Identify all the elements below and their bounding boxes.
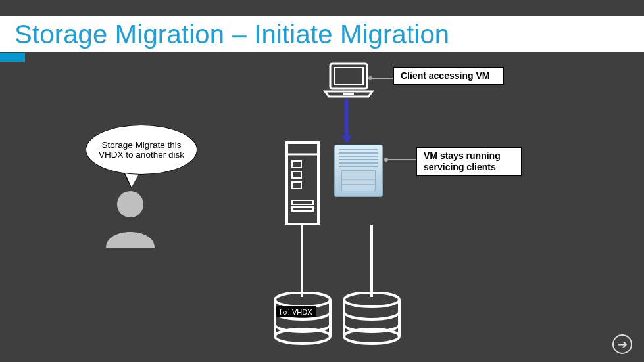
- connector-host-disk-left: [301, 225, 303, 297]
- svg-point-13: [344, 292, 399, 307]
- svg-rect-6: [292, 161, 301, 168]
- label-client-accessing-vm: Client accessing VM: [393, 67, 504, 85]
- laptop-icon: [322, 62, 375, 99]
- connector-host-disk-right: [370, 225, 373, 297]
- arrow-right-icon: ➔: [618, 337, 628, 351]
- accent-tab: [0, 53, 25, 62]
- hard-drive-icon: [280, 309, 289, 315]
- svg-rect-7: [292, 171, 301, 178]
- svg-rect-9: [292, 200, 313, 204]
- speech-bubble: Storage Migrate this VHDX to another dis…: [86, 125, 197, 175]
- label-vm-running: VM stays running servicing clients: [416, 147, 522, 176]
- speech-text: Storage Migrate this VHDX to another dis…: [97, 140, 186, 160]
- svg-rect-8: [292, 182, 301, 189]
- slide: Storage Migration – Initiate Migration C…: [0, 0, 644, 362]
- slide-title: Storage Migration – Initiate Migration: [14, 20, 644, 49]
- vhdx-label: VHDX: [292, 308, 312, 316]
- svg-rect-1: [334, 68, 363, 85]
- host-server-icon: [283, 141, 329, 227]
- svg-rect-2: [343, 93, 354, 95]
- disk-stack-left-icon: [272, 292, 334, 348]
- next-slide-button[interactable]: ➔: [612, 334, 632, 354]
- arrow-client-to-vm: [345, 99, 349, 137]
- svg-point-11: [275, 292, 330, 307]
- svg-rect-10: [292, 207, 313, 211]
- vhdx-chip: VHDX: [276, 306, 316, 317]
- disk-stack-right-icon: [341, 292, 403, 348]
- vm-server-icon: [334, 145, 383, 197]
- svg-point-3: [117, 191, 143, 217]
- user-icon: [102, 189, 159, 249]
- title-bar: Storage Migration – Initiate Migration: [0, 16, 644, 52]
